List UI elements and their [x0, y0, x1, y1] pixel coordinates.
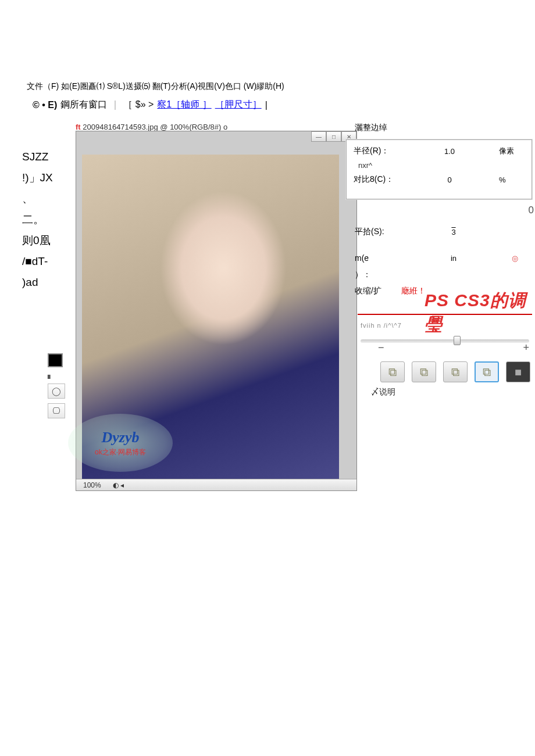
smooth-label: 平拾(S):: [355, 227, 395, 237]
zoom-out-button[interactable]: −: [378, 342, 384, 354]
preview-mode-5[interactable]: ■: [506, 361, 530, 382]
document-window: — □ ✕ Dyzyb ok之家·网易博客 100% ◐ ◂: [76, 131, 357, 491]
maximize-button[interactable]: □: [326, 131, 341, 142]
blurred-label: fviih n /i^\^7: [361, 322, 529, 329]
doc-prefix: ft: [76, 123, 81, 131]
separator: ｜: [110, 99, 120, 111]
radius-unit: 像素: [499, 146, 525, 156]
option-end: |: [265, 100, 268, 110]
option-link-size[interactable]: ［胛尺寸］: [215, 99, 262, 111]
preview-mode-2[interactable]: ⧉: [412, 361, 436, 382]
preview-mode-1[interactable]: ⧉: [380, 361, 405, 382]
zoom-level[interactable]: 100%: [83, 481, 101, 489]
me-label: m(e: [355, 253, 395, 263]
quickmask-button[interactable]: ◯: [48, 384, 65, 399]
me-row: m(e in ◎: [355, 253, 535, 263]
radius-value[interactable]: 1.0: [406, 147, 493, 156]
document-status-bar: 100% ◐ ◂: [76, 479, 356, 490]
contrast-row: 对比8(C)： 0 %: [354, 174, 525, 185]
option-text: 鋼所有窗口: [60, 99, 107, 111]
frag-5: 则0凰: [22, 232, 57, 249]
watermark-logo: Dyzyb: [102, 429, 140, 446]
zoom-in-button[interactable]: +: [523, 342, 529, 354]
canvas[interactable]: Dyzyb ok之家·网易博客: [82, 155, 339, 479]
minimize-button[interactable]: —: [311, 131, 326, 142]
radius-label: 半径(R)：: [354, 146, 400, 156]
paren-text: ）：: [355, 270, 535, 280]
nxr-text: nxr^: [358, 161, 525, 170]
me-value[interactable]: in: [401, 254, 506, 263]
slider-area: fviih n /i^\^7: [361, 322, 529, 343]
status-icon[interactable]: ◐ ◂: [113, 481, 124, 489]
menu-bar[interactable]: 文件（F) 如(E)圏矗⑴ S®L)送摄⑸ 翻(T)分析(A)視围(V)色口 (…: [27, 81, 284, 92]
preview-mode-row: ⧉ ⧉ ⧉ ⧉ ■: [380, 361, 530, 382]
red-underline: [358, 314, 532, 315]
shrink-label: 收缩/扩: [355, 286, 395, 296]
screenmode-button[interactable]: 🖵: [48, 403, 65, 418]
doc-title-text: 200948164714593.jpg @ 100%(RGB/8#) o: [83, 123, 227, 131]
preview-mode-4-selected[interactable]: ⧉: [475, 361, 499, 382]
option-bracket: ［ $» >: [123, 99, 154, 111]
option-bar: © • E) 鋼所有窗口 ｜ ［ $» > 察1［轴师 ］ ［胛尺寸］ |: [33, 99, 268, 111]
foreground-swatch[interactable]: [48, 353, 63, 367]
frag-7: )ad: [22, 274, 57, 291]
frag-0: SJZZ: [22, 148, 57, 166]
smooth-value[interactable]: 3: [401, 228, 506, 237]
frag-3: 、: [22, 190, 57, 207]
watermark-subtitle: ok之家·网易博客: [95, 447, 146, 457]
frag-4: 二。: [22, 211, 57, 228]
description-label[interactable]: 〆说明: [371, 387, 395, 397]
radius-row: 半径(R)： 1.0 像素: [354, 146, 525, 156]
refine-edge-title: 灑整边绰: [355, 123, 387, 133]
swap-icon[interactable]: ▖: [48, 371, 71, 379]
zoom-bar: − +: [378, 342, 529, 354]
contrast-unit: %: [499, 175, 525, 184]
refine-edge-dialog: 半径(R)： 1.0 像素 nxr^ 对比8(C)： 0 %: [346, 139, 532, 199]
circle-icon: ◎: [512, 254, 535, 263]
left-cropped-text: SJZZ !)」JX 、 二。 则0凰 /■dT- )ad: [22, 148, 57, 295]
document-title-bar: ft 200948164714593.jpg @ 100%(RGB/8#) o: [76, 123, 227, 131]
option-link-observe[interactable]: 察1［轴师 ］: [157, 99, 211, 111]
frag-6: /■dT-: [22, 253, 57, 270]
contrast-value[interactable]: 0: [406, 175, 493, 184]
frag-2: !)」JX: [22, 169, 57, 187]
option-prefix: © • E): [33, 100, 57, 110]
preview-mode-3[interactable]: ⧉: [443, 361, 468, 382]
smooth-row: 平拾(S): 3: [355, 227, 535, 237]
color-swatches: ▖ ◯ 🖵: [48, 353, 71, 418]
contrast-label: 对比8(C)：: [354, 174, 400, 185]
watermark: Dyzyb ok之家·网易博客: [68, 414, 173, 472]
shrink-red: 廰絍！: [401, 286, 426, 296]
